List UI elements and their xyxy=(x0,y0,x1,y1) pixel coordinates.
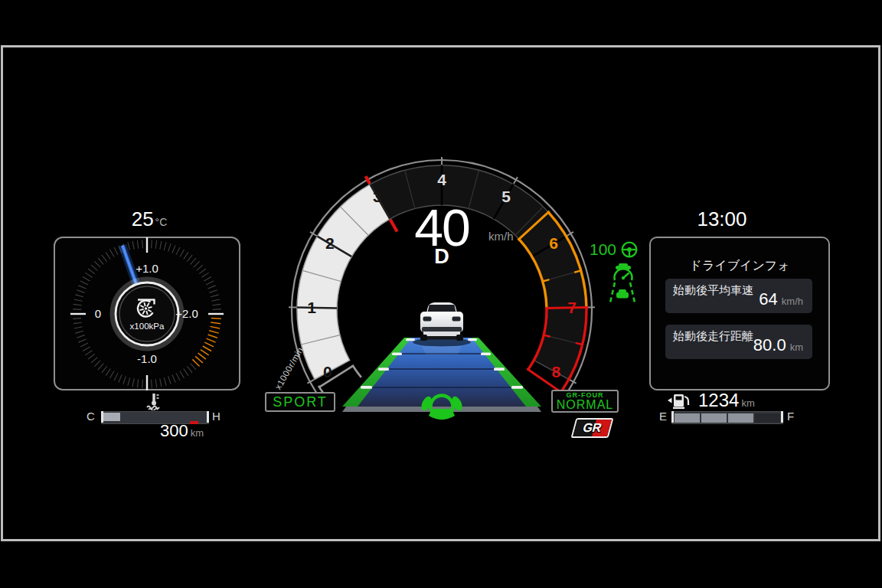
boost-fine-tick xyxy=(83,347,90,351)
boost-fine-tick xyxy=(98,364,103,370)
tach-number: 0 xyxy=(323,363,332,381)
boost-fine-tick xyxy=(73,309,81,310)
boost-fine-tick xyxy=(83,277,90,282)
boost-fine-tick xyxy=(75,295,83,297)
boost-fine-tick xyxy=(206,281,214,285)
boost-overboost-tick xyxy=(211,322,220,324)
instrument-cluster: 25°C 13:00 xyxy=(0,0,882,588)
boost-fine-tick xyxy=(123,376,126,384)
radar-cruise-icon xyxy=(612,263,635,283)
boost-fine-tick xyxy=(88,354,95,359)
boost-fine-tick xyxy=(176,373,180,381)
boost-scale-label: -1.0 xyxy=(137,352,157,365)
boost-fine-tick xyxy=(88,269,95,274)
boost-fine-tick xyxy=(78,286,86,289)
tach-zone-cap xyxy=(545,307,588,308)
boost-fine-tick xyxy=(184,252,188,259)
boost-fine-tick xyxy=(106,369,110,376)
boost-fine-tick xyxy=(102,255,107,262)
boost-fine-tick xyxy=(184,369,188,376)
boost-overboost-tick xyxy=(198,353,206,359)
drive-info-title: ドライブインフォ xyxy=(651,258,828,274)
drive-info-card-average-speed: 始動後平均車速 64 km/h xyxy=(665,279,812,313)
drive-info-panel: ドライブインフォ 始動後平均車速 64 km/h 始動後走行距離 80.0 km xyxy=(649,237,830,390)
hands-on-steering-wheel-icon xyxy=(419,392,465,426)
cruise-set-speed: 100 xyxy=(590,240,639,259)
boost-fine-tick xyxy=(172,374,175,382)
boost-overboost-tick xyxy=(207,338,216,342)
tach-number: 4 xyxy=(437,171,446,188)
boost-fine-tick xyxy=(199,269,206,274)
odometer: 300km xyxy=(115,421,204,441)
gr-badge-frame: GR xyxy=(571,418,614,438)
boost-fine-tick xyxy=(94,361,100,367)
boost-fine-tick xyxy=(191,364,196,370)
boost-gauge: +1.00+2.0-1.0x100kPa xyxy=(70,237,224,390)
boost-fine-tick xyxy=(168,243,172,251)
fuel-segment xyxy=(728,413,753,423)
boost-fine-tick xyxy=(74,322,82,323)
boost-fine-tick xyxy=(211,295,219,297)
fuel-range-unit: km xyxy=(741,397,754,409)
average-speed-unit: km/h xyxy=(782,296,803,307)
grfour-mode-value: NORMAL xyxy=(557,399,613,411)
boost-fine-tick xyxy=(77,335,84,338)
boost-scale-label: x100kPa xyxy=(130,322,165,331)
fuel-pump-icon xyxy=(668,392,692,410)
boost-fine-tick xyxy=(155,379,156,387)
tach-number: 8 xyxy=(551,363,560,381)
boost-fine-tick xyxy=(74,299,83,301)
tach-number: 7 xyxy=(567,299,577,316)
boost-fine-tick xyxy=(74,327,83,328)
boost-fine-tick xyxy=(204,277,211,282)
boost-fine-tick xyxy=(91,265,97,270)
tachometer: 012345678x1000r/min xyxy=(273,157,595,403)
boost-fine-tick xyxy=(191,258,196,264)
boost-fine-tick xyxy=(164,242,166,250)
tach-number: 6 xyxy=(549,234,558,252)
coolant-temperature-icon xyxy=(145,392,162,410)
boost-fine-tick xyxy=(73,318,81,319)
boost-fine-tick xyxy=(102,366,107,373)
fuel-bar-right-cap xyxy=(781,411,783,423)
coolant-cold-label: C xyxy=(87,410,95,423)
boost-fine-tick xyxy=(211,299,220,301)
lane-keeping-icon xyxy=(609,282,635,303)
fuel-range: 1234 km xyxy=(698,390,755,411)
boost-fine-tick xyxy=(106,252,110,259)
grfour-mode-box: GR-FOUR NORMAL xyxy=(551,390,619,413)
boost-fine-tick xyxy=(160,378,162,387)
coolant-bar-right-cap xyxy=(207,411,209,423)
tach-unit-label: x1000r/min xyxy=(273,345,305,391)
odometer-unit: km xyxy=(191,427,204,439)
boost-fine-tick xyxy=(197,265,203,270)
fuel-bar-left-cap xyxy=(671,411,674,423)
boost-fine-tick xyxy=(85,273,92,277)
boost-fine-tick xyxy=(168,376,172,384)
boost-fine-tick xyxy=(110,250,115,257)
boost-fine-tick xyxy=(78,339,86,342)
boost-fine-tick xyxy=(137,379,138,387)
boost-fine-tick xyxy=(160,241,162,250)
boost-fine-tick xyxy=(75,331,83,333)
boost-fine-tick xyxy=(202,273,209,277)
fuel-bar xyxy=(671,411,783,424)
boost-fine-tick xyxy=(91,358,97,363)
gr-badge-text: GR xyxy=(573,420,612,436)
fuel-segment xyxy=(675,413,700,423)
tach-divider xyxy=(297,308,337,309)
boost-overboost-tick xyxy=(203,346,211,351)
average-speed-value: 64 xyxy=(759,289,777,309)
drive-info-card-distance: 始動後走行距離 80.0 km xyxy=(665,325,812,359)
gear-indicator: D xyxy=(365,245,518,269)
fuel-segment xyxy=(755,413,780,423)
fuel-segment xyxy=(701,413,727,423)
boost-fine-tick xyxy=(74,304,82,305)
tach-needle-outer xyxy=(366,176,370,184)
boost-scale-label: 0 xyxy=(95,307,101,320)
boost-fine-tick xyxy=(132,378,134,387)
boost-fine-tick xyxy=(152,240,152,248)
gr-badge: GR xyxy=(573,418,611,438)
fuel-range-value: 1234 xyxy=(698,390,739,411)
distance-unit: km xyxy=(790,341,803,353)
